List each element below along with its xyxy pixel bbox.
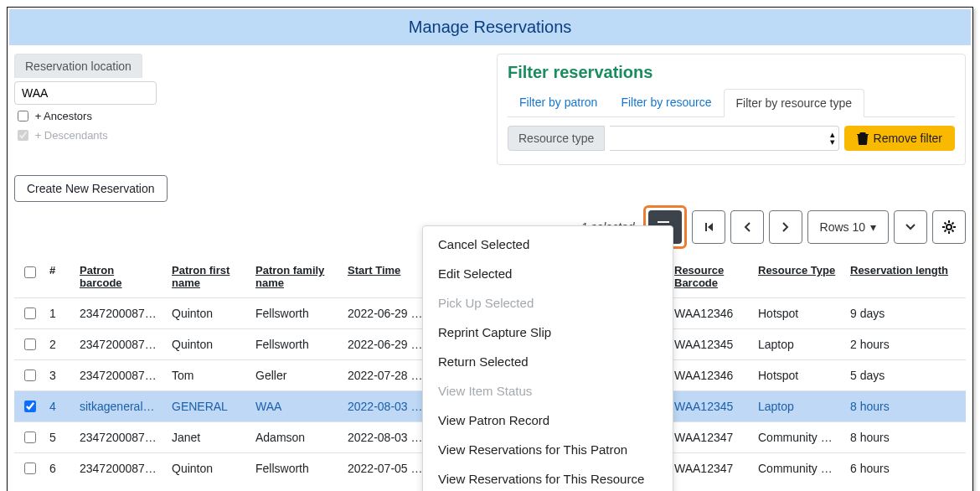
chevron-right-icon — [781, 221, 790, 233]
chevron-down-icon — [905, 223, 916, 231]
tab-filter-by-resource-type[interactable]: Filter by resource type — [724, 89, 865, 117]
descendants-label: + Descendants — [35, 129, 108, 142]
svg-point-0 — [946, 225, 952, 230]
table-cell: Community … — [751, 422, 843, 453]
table-cell: Quinton — [165, 298, 249, 329]
spinner-icon: ▴▾ — [830, 131, 835, 146]
table-cell: 5 — [43, 422, 73, 453]
col-reservation-length[interactable]: Reservation length — [843, 256, 966, 298]
rows-per-page-button[interactable]: Rows 10 ▾ — [807, 210, 889, 244]
table-cell: Fellsworth — [249, 329, 341, 360]
table-cell: sitkageneral… — [73, 391, 165, 422]
resource-type-select[interactable]: ▴▾ — [610, 126, 838, 151]
table-cell: GENERAL — [165, 391, 249, 422]
table-cell: 1 — [43, 298, 73, 329]
menu-view-item-status: View Item Status — [423, 376, 673, 406]
ancestors-checkbox[interactable] — [18, 111, 28, 121]
table-cell: 8 hours — [843, 422, 966, 453]
first-page-icon — [703, 221, 714, 233]
table-cell: Tom — [165, 360, 249, 391]
row-checkbox[interactable] — [24, 463, 36, 474]
actions-menu: Cancel Selected Edit Selected Pick Up Se… — [422, 225, 673, 491]
descendants-checkbox — [18, 130, 28, 141]
remove-filter-button[interactable]: Remove filter — [844, 126, 955, 151]
col-patron-barcode[interactable]: Patron barcode — [73, 256, 165, 298]
trash-icon — [857, 132, 869, 145]
table-cell: Laptop — [751, 391, 843, 422]
table-cell: Community … — [751, 453, 843, 484]
col-number[interactable]: # — [43, 256, 73, 298]
table-cell — [14, 422, 43, 453]
table-cell: WAA12346 — [668, 298, 751, 329]
table-cell: Quinton — [165, 329, 249, 360]
table-cell: 2347200087… — [73, 422, 165, 453]
col-resource-barcode[interactable]: Resource Barcode — [668, 256, 751, 298]
table-cell: Hotspot — [751, 298, 843, 329]
table-cell: 9 days — [843, 298, 966, 329]
table-cell: WAA12345 — [668, 329, 751, 360]
table-cell: WAA — [249, 391, 341, 422]
table-cell: 8 hours — [843, 391, 966, 422]
table-cell: Hotspot — [751, 360, 843, 391]
remove-filter-label: Remove filter — [874, 132, 942, 145]
tab-filter-by-resource[interactable]: Filter by resource — [609, 89, 723, 116]
table-cell: WAA12346 — [668, 360, 751, 391]
menu-view-patron-record[interactable]: View Patron Record — [423, 406, 673, 435]
table-cell: WAA12347 — [668, 422, 751, 453]
settings-button[interactable] — [932, 210, 966, 244]
table-cell: 2 — [43, 329, 73, 360]
caret-down-icon: ▾ — [870, 220, 876, 234]
prev-page-button[interactable] — [730, 210, 764, 244]
row-checkbox[interactable] — [24, 432, 36, 443]
col-resource-type[interactable]: Resource Type — [751, 256, 843, 298]
page-title: Manage Reservations — [9, 9, 971, 45]
chevron-left-icon — [743, 221, 751, 233]
reservation-location-input[interactable] — [14, 81, 157, 105]
next-page-button[interactable] — [769, 210, 802, 244]
table-cell: 2 hours — [843, 329, 966, 360]
table-cell: Quinton — [165, 453, 249, 484]
col-first-name[interactable]: Patron first name — [165, 256, 249, 298]
menu-return-selected[interactable]: Return Selected — [423, 347, 673, 376]
reservation-location-tab[interactable]: Reservation location — [14, 54, 142, 78]
row-checkbox[interactable] — [24, 370, 36, 381]
filter-panel: Filter reservations Filter by patron Fil… — [497, 54, 966, 165]
table-cell: 5 days — [843, 360, 966, 391]
menu-edit-selected[interactable]: Edit Selected — [423, 259, 673, 288]
table-cell — [14, 298, 43, 329]
row-checkbox[interactable] — [24, 339, 36, 350]
menu-reprint-capture-slip[interactable]: Reprint Capture Slip — [423, 318, 673, 347]
tab-filter-by-patron[interactable]: Filter by patron — [508, 89, 609, 116]
table-cell: 2347200087… — [73, 329, 165, 360]
table-cell — [14, 360, 43, 391]
col-family-name[interactable]: Patron family name — [249, 256, 341, 298]
table-cell: 2347200087… — [73, 453, 165, 484]
table-cell: WAA12345 — [668, 391, 751, 422]
table-cell: 3 — [43, 360, 73, 391]
expand-button[interactable] — [894, 210, 927, 244]
table-cell: 6 — [43, 453, 73, 484]
menu-cancel-selected[interactable]: Cancel Selected — [423, 230, 673, 259]
gear-icon — [941, 220, 957, 235]
first-page-button[interactable] — [692, 210, 725, 244]
filter-title: Filter reservations — [508, 63, 955, 82]
select-all-checkbox[interactable] — [24, 266, 36, 278]
table-cell: 6 hours — [843, 453, 966, 484]
resource-type-label: Resource type — [508, 126, 605, 151]
table-cell: 4 — [43, 391, 73, 422]
row-checkbox[interactable] — [24, 401, 36, 412]
row-checkbox[interactable] — [24, 308, 36, 319]
table-cell: 2347200087… — [73, 298, 165, 329]
table-cell: Laptop — [751, 329, 843, 360]
menu-view-reservations-patron[interactable]: View Reservations for This Patron — [423, 435, 673, 464]
table-cell — [14, 329, 43, 360]
table-cell: Fellsworth — [249, 298, 341, 329]
table-cell: Adamson — [249, 422, 341, 453]
create-new-reservation-button[interactable]: Create New Reservation — [14, 175, 168, 202]
rows-per-page-label: Rows 10 — [820, 220, 865, 234]
table-cell: Geller — [249, 360, 341, 391]
table-cell: Janet — [165, 422, 249, 453]
menu-view-reservations-resource[interactable]: View Reservations for This Resource — [423, 464, 673, 491]
table-cell — [14, 453, 43, 484]
ancestors-label: + Ancestors — [35, 110, 92, 122]
